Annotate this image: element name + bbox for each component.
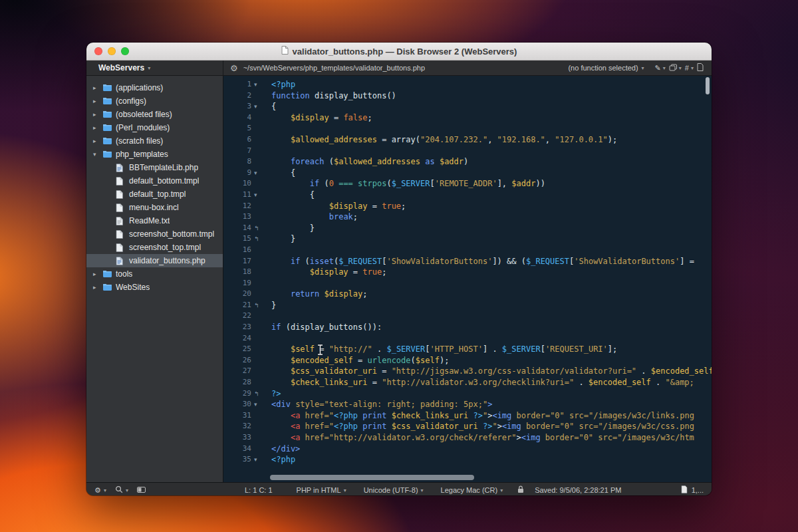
titlebar[interactable]: validator_buttons.php — Disk Browser 2 (… [86, 43, 712, 61]
minimize-button[interactable] [108, 47, 116, 55]
disclosure-collapsed-icon[interactable]: ▸ [93, 124, 102, 131]
code-line[interactable]: 18 $display = true; [223, 267, 712, 278]
code-line[interactable]: 11▾ { [223, 190, 712, 201]
code-line[interactable]: 10 if (0 === strpos($_SERVER['REMOTE_ADD… [223, 178, 712, 190]
code-line[interactable]: 14↰ } [223, 223, 712, 234]
new-document-button[interactable] [697, 63, 704, 72]
code-line[interactable]: 28 $check_links_uri = "http://validator.… [223, 377, 712, 388]
zoom-button[interactable] [121, 47, 129, 55]
code-line[interactable]: 8 foreach ($allowed_addresses as $addr) [223, 156, 712, 168]
code-line[interactable]: 9▾ { [223, 168, 712, 179]
disclosure-collapsed-icon[interactable]: ▸ [93, 284, 102, 291]
fold-marker-icon[interactable]: ▾ [251, 79, 266, 90]
search-button[interactable]: ▾ [115, 485, 128, 495]
fold-end-marker-icon[interactable]: ↰ [251, 233, 266, 245]
tree-item[interactable]: ▸(scratch files) [86, 134, 223, 148]
code-line[interactable]: 29↰?> [223, 388, 712, 400]
tree-item[interactable]: ▸(Perl_modules) [86, 121, 223, 134]
code-line[interactable]: 30▾<div style="text-align: right; paddin… [223, 399, 712, 410]
document-proxy-icon[interactable] [281, 46, 289, 57]
code-line[interactable]: 2function display_buttons() [223, 90, 712, 102]
disclosure-collapsed-icon[interactable]: ▸ [93, 138, 102, 144]
code-line[interactable]: 17 if (isset($_REQUEST['ShowValidatorBut… [223, 256, 712, 267]
code-line[interactable]: 31 <a href="<?php print $check_links_uri… [223, 410, 712, 422]
code-line[interactable]: 6 $allowed_addresses = array("204.107.23… [223, 134, 712, 146]
tree-item[interactable]: screenshot_top.tmpl [86, 241, 223, 254]
disclosure-collapsed-icon[interactable]: ▸ [93, 98, 102, 104]
documents-button[interactable]: ▾ [669, 64, 682, 72]
code-line[interactable]: 3▾{ [223, 101, 712, 112]
code-line[interactable]: 23if (display_buttons()): [223, 322, 712, 333]
code-line[interactable]: 19 [223, 278, 712, 289]
fold-marker-icon[interactable]: ▾ [251, 168, 266, 179]
code-line[interactable]: 34</div> [223, 444, 712, 455]
line-ending-popup[interactable]: Legacy Mac (CR) ▾ [441, 486, 503, 494]
tree-item[interactable]: BBTemplateLib.php [86, 161, 223, 174]
disclosure-expanded-icon[interactable]: ▾ [93, 151, 102, 158]
file-path[interactable]: ~/svn/WebServers/php_templates/validator… [243, 64, 425, 72]
code-line[interactable]: 12 $display = true; [223, 201, 712, 212]
code-line[interactable]: 16 [223, 245, 712, 256]
disclosure-collapsed-icon[interactable]: ▸ [93, 271, 102, 277]
disclosure-collapsed-icon[interactable]: ▸ [93, 84, 102, 91]
document-icon [681, 485, 688, 495]
fold-marker-icon[interactable]: ▾ [251, 101, 266, 112]
size-count: 1,... [692, 486, 704, 494]
language-popup[interactable]: PHP in HTML ▾ [297, 486, 346, 494]
tree-item[interactable]: ReadMe.txt [86, 214, 223, 227]
code-line[interactable]: 13 break; [223, 211, 712, 223]
fold-end-marker-icon[interactable]: ↰ [251, 388, 266, 400]
markers-button[interactable]: # ▾ [685, 64, 694, 72]
code-line[interactable]: 24 [223, 333, 712, 344]
code-editor[interactable]: 1▾<?php2function display_buttons()3▾{4 $… [223, 76, 712, 482]
edit-button[interactable]: ✎ ▾ [655, 64, 666, 72]
tree-item[interactable]: ▸(configs) [86, 94, 223, 108]
encoding-popup[interactable]: Unicode (UTF-8) ▾ [364, 486, 424, 494]
tree-item[interactable]: ▸WebSites [86, 281, 223, 294]
tree-item[interactable]: default_top.tmpl [86, 188, 223, 201]
code-line[interactable]: 5 [223, 123, 712, 134]
disclosure-collapsed-icon[interactable]: ▸ [93, 111, 102, 118]
close-button[interactable] [94, 47, 102, 55]
tree-item[interactable]: ▾php_templates [86, 148, 223, 161]
tree-item[interactable]: validator_buttons.php [86, 254, 223, 267]
horizontal-scrollbar[interactable] [227, 475, 702, 480]
fold-marker-icon[interactable]: ▾ [251, 399, 266, 410]
tree-item[interactable]: ▸tools [86, 267, 223, 281]
code-line[interactable]: 1▾<?php [223, 79, 712, 90]
code-line[interactable]: 7 [223, 146, 712, 157]
fold-marker-icon[interactable]: ▾ [251, 190, 266, 201]
split-view-button[interactable] [137, 486, 146, 494]
code-text: $display = false; [271, 112, 712, 124]
code-line[interactable]: 15↰ } [223, 233, 712, 245]
code-line[interactable]: 22 [223, 311, 712, 322]
fold-end-marker-icon[interactable]: ↰ [251, 300, 266, 311]
code-line[interactable]: 25 $self = "http://" . $_SERVER['HTTP_HO… [223, 344, 712, 355]
code-line[interactable]: 27 $css_validator_uri = "http://jigsaw.w… [223, 366, 712, 377]
code-line[interactable]: 32 <a href="<?php print $css_validator_u… [223, 421, 712, 432]
tree-item[interactable]: menu-box.incl [86, 201, 223, 214]
tree-item[interactable]: ▸(obsoleted files) [86, 108, 223, 121]
function-popup[interactable]: (no function selected) ▾ [568, 64, 644, 72]
vertical-scroll-thumb[interactable] [706, 77, 710, 94]
fold-end-marker-icon[interactable]: ↰ [251, 223, 266, 234]
tree-item-label: default_bottom.tmpl [129, 176, 199, 186]
code-line[interactable]: 4 $display = false; [223, 112, 712, 124]
code-line[interactable]: 33 <a href="http://validator.w3.org/chec… [223, 432, 712, 444]
fold-marker-icon[interactable]: ▾ [251, 454, 266, 466]
lock-button[interactable] [517, 485, 524, 495]
code-line[interactable]: 20 return $display; [223, 289, 712, 300]
sidebar-options-button[interactable]: ⚙ ▾ [94, 486, 106, 495]
horizontal-scroll-thumb[interactable] [270, 475, 474, 480]
gear-icon[interactable]: ⚙ [230, 64, 238, 72]
tree-item[interactable]: ▸(applications) [86, 81, 223, 94]
vertical-scrollbar[interactable] [706, 77, 710, 482]
code-line[interactable]: 35▾<?php [223, 454, 712, 466]
tree-item[interactable]: screenshot_bottom.tmpl [86, 227, 223, 241]
fold-gutter [251, 366, 266, 377]
fold-gutter [251, 178, 266, 190]
tree-item[interactable]: default_bottom.tmpl [86, 174, 223, 188]
code-line[interactable]: 26 $encoded_self = urlencode($self); [223, 355, 712, 366]
code-line[interactable]: 21↰} [223, 300, 712, 311]
sidebar-root-popup[interactable]: WebServers ▾ [86, 61, 223, 75]
